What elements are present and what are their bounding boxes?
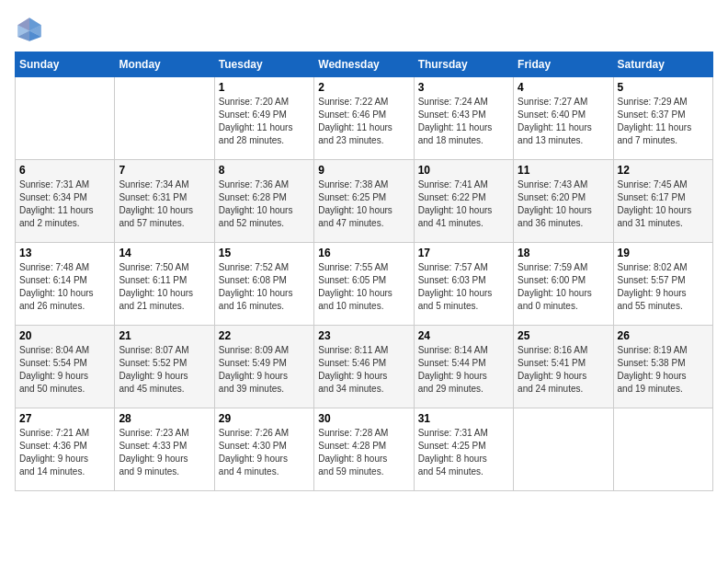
day-number: 23	[318, 329, 409, 342]
day-info: Sunrise: 8:09 AM Sunset: 5:49 PM Dayligh…	[219, 344, 310, 396]
day-number: 3	[418, 81, 509, 94]
calendar-week-row: 13Sunrise: 7:48 AM Sunset: 6:14 PM Dayli…	[16, 243, 713, 326]
day-number: 20	[19, 329, 110, 342]
calendar-cell: 12Sunrise: 7:45 AM Sunset: 6:17 PM Dayli…	[613, 160, 712, 243]
day-number: 12	[618, 164, 709, 177]
day-info: Sunrise: 8:14 AM Sunset: 5:44 PM Dayligh…	[418, 344, 509, 396]
day-info: Sunrise: 8:11 AM Sunset: 5:46 PM Dayligh…	[318, 344, 409, 396]
day-number: 25	[518, 329, 609, 342]
calendar-week-row: 1Sunrise: 7:20 AM Sunset: 6:49 PM Daylig…	[16, 77, 713, 160]
calendar-cell: 15Sunrise: 7:52 AM Sunset: 6:08 PM Dayli…	[214, 243, 313, 326]
calendar-cell: 21Sunrise: 8:07 AM Sunset: 5:52 PM Dayli…	[115, 326, 214, 408]
day-info: Sunrise: 7:22 AM Sunset: 6:46 PM Dayligh…	[318, 96, 409, 147]
col-header-thursday: Thursday	[414, 52, 513, 77]
day-info: Sunrise: 7:59 AM Sunset: 6:00 PM Dayligh…	[518, 261, 609, 313]
day-number: 26	[618, 329, 709, 342]
col-header-tuesday: Tuesday	[214, 52, 313, 77]
calendar-cell: 19Sunrise: 8:02 AM Sunset: 5:57 PM Dayli…	[613, 243, 712, 326]
day-info: Sunrise: 7:29 AM Sunset: 6:37 PM Dayligh…	[618, 96, 709, 147]
day-info: Sunrise: 7:27 AM Sunset: 6:40 PM Dayligh…	[518, 96, 609, 147]
day-info: Sunrise: 7:48 AM Sunset: 6:14 PM Dayligh…	[19, 261, 110, 313]
day-number: 29	[219, 412, 310, 425]
day-number: 16	[318, 247, 409, 259]
col-header-saturday: Saturday	[613, 52, 712, 77]
col-header-wednesday: Wednesday	[314, 52, 414, 77]
day-info: Sunrise: 8:19 AM Sunset: 5:38 PM Dayligh…	[618, 344, 709, 396]
calendar-cell: 31Sunrise: 7:31 AM Sunset: 4:25 PM Dayli…	[414, 408, 513, 491]
calendar-cell: 25Sunrise: 8:16 AM Sunset: 5:41 PM Dayli…	[514, 326, 613, 408]
day-number: 30	[318, 412, 409, 425]
calendar-cell: 29Sunrise: 7:26 AM Sunset: 4:30 PM Dayli…	[214, 408, 313, 491]
calendar-cell: 7Sunrise: 7:34 AM Sunset: 6:31 PM Daylig…	[115, 160, 214, 243]
calendar-cell: 11Sunrise: 7:43 AM Sunset: 6:20 PM Dayli…	[514, 160, 613, 243]
calendar-cell: 17Sunrise: 7:57 AM Sunset: 6:03 PM Dayli…	[414, 243, 513, 326]
calendar-week-row: 20Sunrise: 8:04 AM Sunset: 5:54 PM Dayli…	[16, 326, 713, 408]
calendar-week-row: 27Sunrise: 7:21 AM Sunset: 4:36 PM Dayli…	[16, 408, 713, 491]
col-header-friday: Friday	[514, 52, 613, 77]
day-info: Sunrise: 7:41 AM Sunset: 6:22 PM Dayligh…	[418, 178, 509, 230]
logo-icon	[15, 15, 44, 44]
calendar-cell: 1Sunrise: 7:20 AM Sunset: 6:49 PM Daylig…	[214, 77, 313, 160]
day-number: 10	[418, 164, 509, 177]
day-number: 5	[618, 81, 709, 94]
day-info: Sunrise: 7:31 AM Sunset: 6:34 PM Dayligh…	[19, 178, 110, 230]
calendar-cell: 24Sunrise: 8:14 AM Sunset: 5:44 PM Dayli…	[414, 326, 513, 408]
calendar-cell: 28Sunrise: 7:23 AM Sunset: 4:33 PM Dayli…	[115, 408, 214, 491]
day-number: 11	[518, 164, 609, 177]
day-number: 6	[19, 164, 110, 177]
day-number: 24	[418, 329, 509, 342]
day-info: Sunrise: 7:28 AM Sunset: 4:28 PM Dayligh…	[318, 427, 409, 478]
calendar-cell: 9Sunrise: 7:38 AM Sunset: 6:25 PM Daylig…	[314, 160, 414, 243]
day-number: 21	[119, 329, 210, 342]
day-number: 27	[19, 412, 110, 425]
calendar-cell: 27Sunrise: 7:21 AM Sunset: 4:36 PM Dayli…	[16, 408, 115, 491]
day-info: Sunrise: 8:04 AM Sunset: 5:54 PM Dayligh…	[19, 344, 110, 396]
day-info: Sunrise: 7:36 AM Sunset: 6:28 PM Dayligh…	[219, 178, 310, 230]
col-header-monday: Monday	[115, 52, 214, 77]
calendar-cell: 13Sunrise: 7:48 AM Sunset: 6:14 PM Dayli…	[16, 243, 115, 326]
day-info: Sunrise: 7:21 AM Sunset: 4:36 PM Dayligh…	[19, 427, 110, 478]
day-number: 14	[119, 247, 210, 259]
day-info: Sunrise: 7:26 AM Sunset: 4:30 PM Dayligh…	[219, 427, 310, 478]
col-header-sunday: Sunday	[16, 52, 115, 77]
day-number: 2	[318, 81, 409, 94]
calendar-cell: 22Sunrise: 8:09 AM Sunset: 5:49 PM Dayli…	[214, 326, 313, 408]
calendar-cell: 20Sunrise: 8:04 AM Sunset: 5:54 PM Dayli…	[16, 326, 115, 408]
day-info: Sunrise: 7:55 AM Sunset: 6:05 PM Dayligh…	[318, 261, 409, 313]
day-number: 17	[418, 247, 509, 259]
calendar-cell: 8Sunrise: 7:36 AM Sunset: 6:28 PM Daylig…	[214, 160, 313, 243]
day-number: 15	[219, 247, 310, 259]
day-number: 8	[219, 164, 310, 177]
calendar-cell: 2Sunrise: 7:22 AM Sunset: 6:46 PM Daylig…	[314, 77, 414, 160]
day-info: Sunrise: 8:07 AM Sunset: 5:52 PM Dayligh…	[119, 344, 210, 396]
calendar-table: SundayMondayTuesdayWednesdayThursdayFrid…	[15, 52, 713, 491]
day-info: Sunrise: 7:52 AM Sunset: 6:08 PM Dayligh…	[219, 261, 310, 313]
day-number: 18	[518, 247, 609, 259]
day-number: 31	[418, 412, 509, 425]
calendar-cell: 4Sunrise: 7:27 AM Sunset: 6:40 PM Daylig…	[514, 77, 613, 160]
day-info: Sunrise: 7:23 AM Sunset: 4:33 PM Dayligh…	[119, 427, 210, 478]
calendar-cell: 6Sunrise: 7:31 AM Sunset: 6:34 PM Daylig…	[16, 160, 115, 243]
calendar-cell	[613, 408, 712, 491]
day-number: 19	[618, 247, 709, 259]
calendar-cell	[514, 408, 613, 491]
day-info: Sunrise: 7:24 AM Sunset: 6:43 PM Dayligh…	[418, 96, 509, 147]
day-number: 9	[318, 164, 409, 177]
day-info: Sunrise: 7:20 AM Sunset: 6:49 PM Dayligh…	[219, 96, 310, 147]
day-info: Sunrise: 7:43 AM Sunset: 6:20 PM Dayligh…	[518, 178, 609, 230]
calendar-cell: 10Sunrise: 7:41 AM Sunset: 6:22 PM Dayli…	[414, 160, 513, 243]
calendar-cell: 30Sunrise: 7:28 AM Sunset: 4:28 PM Dayli…	[314, 408, 414, 491]
day-info: Sunrise: 7:34 AM Sunset: 6:31 PM Dayligh…	[119, 178, 210, 230]
calendar-cell: 5Sunrise: 7:29 AM Sunset: 6:37 PM Daylig…	[613, 77, 712, 160]
calendar-cell: 26Sunrise: 8:19 AM Sunset: 5:38 PM Dayli…	[613, 326, 712, 408]
logo	[15, 15, 48, 44]
calendar-cell	[115, 77, 214, 160]
day-info: Sunrise: 7:31 AM Sunset: 4:25 PM Dayligh…	[418, 427, 509, 478]
day-number: 28	[119, 412, 210, 425]
calendar-cell: 23Sunrise: 8:11 AM Sunset: 5:46 PM Dayli…	[314, 326, 414, 408]
page-header	[15, 15, 713, 44]
day-number: 22	[219, 329, 310, 342]
day-info: Sunrise: 7:57 AM Sunset: 6:03 PM Dayligh…	[418, 261, 509, 313]
day-info: Sunrise: 7:45 AM Sunset: 6:17 PM Dayligh…	[618, 178, 709, 230]
day-info: Sunrise: 8:16 AM Sunset: 5:41 PM Dayligh…	[518, 344, 609, 396]
